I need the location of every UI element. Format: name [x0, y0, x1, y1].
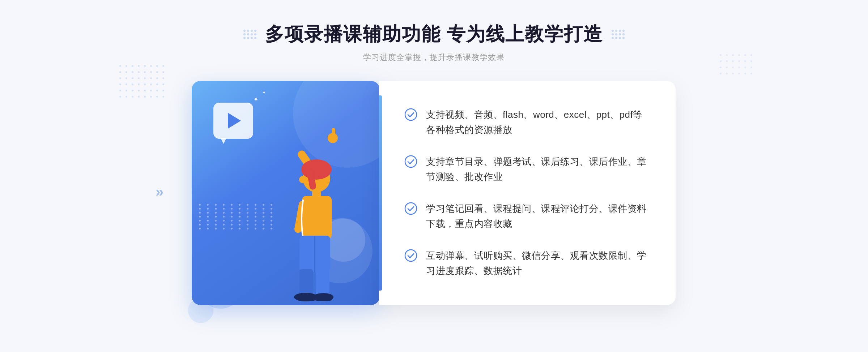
svg-rect-13 [316, 269, 329, 296]
feature-item-3: 学习笔记回看、课程提问、课程评论打分、课件资料下载，重点内容收藏 [404, 201, 650, 231]
svg-point-20 [405, 203, 417, 214]
header-title-row: 多项录播课辅助功能 专为线上教学打造 [243, 22, 625, 47]
svg-point-21 [405, 250, 417, 261]
feature-item-2: 支持章节目录、弹题考试、课后练习、课后作业、章节测验、批改作业 [404, 154, 650, 184]
feature-text-3: 学习笔记回看、课程提问、课程评论打分、课件资料下载，重点内容收藏 [426, 201, 650, 231]
panel-accent [379, 95, 382, 291]
check-icon-3 [404, 202, 417, 215]
check-icon-2 [404, 155, 417, 168]
svg-rect-12 [299, 269, 313, 296]
page-container: 多项录播课辅助功能 专为线上教学打造 学习进度全掌握，提升录播课教学效果 ✦ ✦ [0, 0, 868, 352]
feature-text-2: 支持章节目录、弹题考试、课后练习、课后作业、章节测验、批改作业 [426, 154, 650, 184]
play-bubble [213, 103, 253, 139]
svg-rect-9 [302, 196, 332, 239]
person-illustration [253, 117, 362, 305]
sparkle-icon-2: ✦ [262, 90, 266, 95]
sparkle-icon-1: ✦ [253, 95, 259, 103]
svg-rect-2 [332, 128, 335, 141]
check-icon-4 [404, 249, 417, 262]
header-decoration-left [243, 30, 256, 39]
header: 多项录播课辅助功能 专为线上教学打造 学习进度全掌握，提升录播课教学效果 [243, 22, 625, 63]
play-icon [228, 113, 241, 129]
svg-point-4 [301, 159, 332, 180]
illustration-card: ✦ ✦ [192, 81, 380, 305]
svg-point-18 [405, 109, 417, 120]
header-decoration-right [612, 30, 625, 39]
feature-item-4: 互动弹幕、试听购买、微信分享、观看次数限制、学习进度跟踪、数据统计 [404, 248, 650, 278]
bg-dots-left [119, 65, 164, 98]
left-chevron-decoration: » [156, 184, 163, 200]
feature-text-1: 支持视频、音频、flash、word、excel、ppt、pdf等各种格式的资源… [426, 107, 650, 137]
content-area: ✦ ✦ [181, 81, 687, 305]
bg-dots-right [720, 54, 752, 74]
feature-item-1: 支持视频、音频、flash、word、excel、ppt、pdf等各种格式的资源… [404, 107, 650, 137]
feature-text-4: 互动弹幕、试听购买、微信分享、观看次数限制、学习进度跟踪、数据统计 [426, 248, 650, 278]
svg-point-6 [299, 176, 306, 183]
features-panel: 支持视频、音频、flash、word、excel、ppt、pdf等各种格式的资源… [379, 81, 676, 305]
svg-point-19 [405, 156, 417, 167]
main-title: 多项录播课辅助功能 专为线上教学打造 [265, 22, 603, 47]
svg-rect-17 [314, 294, 333, 301]
sub-title: 学习进度全掌握，提升录播课教学效果 [243, 52, 625, 63]
check-icon-1 [404, 108, 417, 121]
